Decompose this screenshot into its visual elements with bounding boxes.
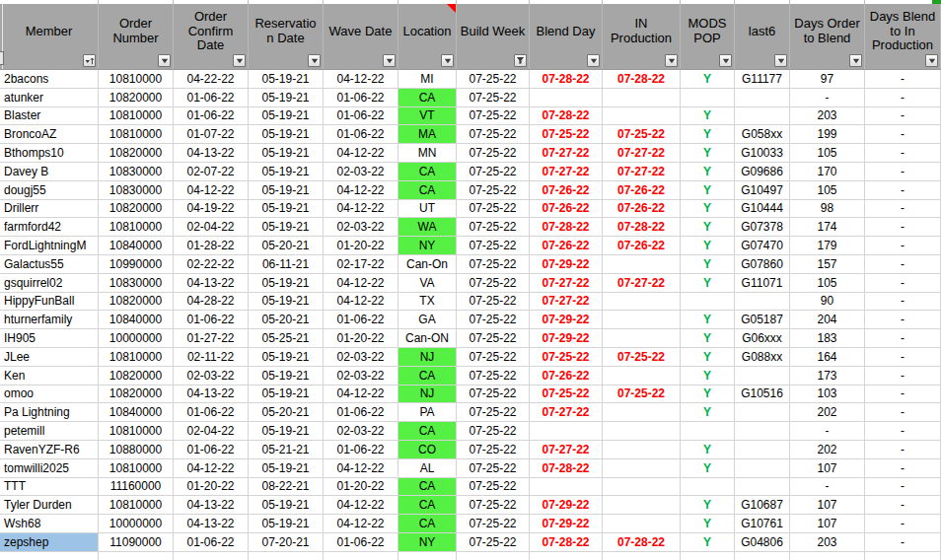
cell-in_production[interactable] [603,293,681,312]
cell-location[interactable]: CA [398,515,457,533]
cell-days_blend_to_in_production[interactable]: - [865,274,941,293]
cell-location[interactable]: CA [398,163,457,181]
cell-location[interactable]: MN [398,144,457,163]
cell-last6[interactable] [735,293,790,312]
cell-mods_pop[interactable]: Y [681,107,735,126]
cell-last6[interactable] [735,107,790,126]
filter-button-order_number[interactable] [158,54,171,67]
cell-mods_pop[interactable]: Y [681,163,735,181]
cell-reservation_date[interactable]: 05-19-21 [249,496,324,515]
cell-member[interactable]: gsquirrel02 [0,274,99,293]
cell-blend_day[interactable]: 07-27-22 [530,144,603,163]
cell-reservation_date[interactable]: 05-19-21 [249,107,324,126]
cell-order_number[interactable]: 11160000 [99,478,174,497]
cell-wave_date[interactable]: 01-06-22 [324,107,398,126]
cell-in_production[interactable] [603,478,681,497]
cell-build_week[interactable]: 07-25-22 [457,478,530,497]
cell-order_confirm_date[interactable]: 04-13-22 [174,144,249,163]
cell-last6[interactable]: G09686 [735,163,790,181]
filter-button-order_confirm_date[interactable] [233,54,246,67]
cell-blend_day[interactable]: 07-28-22 [530,533,603,552]
cell-days_blend_to_in_production[interactable]: - [865,533,941,552]
cell-member-selected[interactable]: zepshep [0,533,99,552]
cell-wave_date[interactable]: 01-20-22 [324,237,398,255]
cell-order_confirm_date[interactable]: 04-22-22 [174,70,249,89]
cell-mods_pop[interactable] [681,89,735,107]
cell-build_week[interactable]: 07-25-22 [457,422,530,441]
cell-blend_day[interactable]: 07-29-22 [530,496,603,515]
cell-mods_pop[interactable]: Y [681,125,735,144]
cell-mods_pop[interactable]: Y [681,533,735,552]
cell-last6[interactable]: G10687 [735,496,790,515]
cell-blend_day[interactable]: 07-26-22 [530,200,603,219]
cell-reservation_date[interactable]: 05-19-21 [249,515,324,533]
cell-last6[interactable]: G04806 [735,533,790,552]
cell-days_order_to_blend[interactable]: 97 [790,70,865,89]
cell-order_confirm_date[interactable]: 01-06-22 [174,311,249,329]
cell-in_production[interactable] [603,441,681,459]
cell-blend_day[interactable]: 07-25-22 [530,385,603,404]
cell-order_confirm_date[interactable]: 04-28-22 [174,293,249,312]
cell-blend_day[interactable]: 07-29-22 [530,311,603,329]
cell-blend_day[interactable]: 07-28-22 [530,107,603,126]
empty-cell[interactable] [457,552,530,560]
cell-build_week[interactable]: 07-25-22 [457,367,530,385]
cell-blend_day[interactable]: 07-28-22 [530,218,603,237]
cell-mods_pop[interactable]: Y [681,367,735,385]
cell-wave_date[interactable]: 02-03-22 [324,422,398,441]
cell-days_order_to_blend[interactable]: 204 [790,311,865,329]
cell-days_order_to_blend[interactable]: 170 [790,163,865,181]
cell-order_number[interactable]: 10990000 [99,255,174,274]
cell-order_number[interactable]: 10820000 [99,385,174,404]
cell-wave_date[interactable]: 02-03-22 [324,367,398,385]
cell-mods_pop[interactable]: Y [681,459,735,478]
cell-reservation_date[interactable]: 05-19-21 [249,144,324,163]
cell-build_week[interactable]: 07-25-22 [457,348,530,367]
cell-wave_date[interactable]: 04-12-22 [324,274,398,293]
cell-reservation_date[interactable]: 05-20-21 [249,237,324,255]
cell-reservation_date[interactable]: 07-20-21 [249,533,324,552]
cell-location[interactable]: NJ [398,348,457,367]
cell-last6[interactable] [735,89,790,107]
cell-days_blend_to_in_production[interactable]: - [865,255,941,274]
cell-days_order_to_blend[interactable]: 174 [790,218,865,237]
cell-days_order_to_blend[interactable]: 157 [790,255,865,274]
cell-location[interactable]: AL [398,459,457,478]
cell-member[interactable]: Pa Lightning [0,403,99,422]
cell-in_production[interactable]: 07-26-22 [603,200,681,219]
cell-member[interactable]: omoo [0,385,99,404]
empty-cell[interactable] [865,552,941,560]
empty-cell[interactable] [324,552,398,560]
header-reservation_date[interactable]: Reservation Date [249,4,324,69]
cell-reservation_date[interactable]: 05-19-21 [249,274,324,293]
cell-last6[interactable] [735,367,790,385]
cell-order_number[interactable]: 10810000 [99,459,174,478]
cell-days_blend_to_in_production[interactable]: - [865,144,941,163]
cell-in_production[interactable] [603,422,681,441]
cell-order_confirm_date[interactable]: 01-28-22 [174,237,249,255]
header-blend_day[interactable]: Blend Day [530,4,603,69]
cell-days_blend_to_in_production[interactable]: - [865,496,941,515]
cell-build_week[interactable]: 07-25-22 [457,70,530,89]
filter-button-reservation_date[interactable] [308,54,321,67]
cell-wave_date[interactable]: 04-12-22 [324,496,398,515]
cell-location[interactable]: CA [398,422,457,441]
cell-last6[interactable] [735,459,790,478]
cell-wave_date[interactable]: 04-12-22 [324,70,398,89]
cell-wave_date[interactable]: 01-06-22 [324,89,398,107]
cell-order_number[interactable]: 10810000 [99,218,174,237]
cell-order_confirm_date[interactable]: 04-12-22 [174,181,249,200]
empty-cell[interactable] [530,552,603,560]
cell-blend_day[interactable]: 07-25-22 [530,348,603,367]
cell-member[interactable]: Wsh68 [0,515,99,533]
cell-days_blend_to_in_production[interactable]: - [865,107,941,126]
cell-location[interactable]: WA [398,218,457,237]
clipped-filter-button-sliver[interactable] [0,51,4,65]
cell-location[interactable]: VT [398,107,457,126]
cell-blend_day[interactable]: 07-27-22 [530,403,603,422]
cell-order_confirm_date[interactable]: 01-06-22 [174,441,249,459]
cell-order_confirm_date[interactable]: 04-13-22 [174,385,249,404]
filter-button-mods_pop[interactable] [719,54,732,67]
cell-member[interactable]: Drillerr [0,200,99,219]
cell-blend_day[interactable]: 07-29-22 [530,515,603,533]
